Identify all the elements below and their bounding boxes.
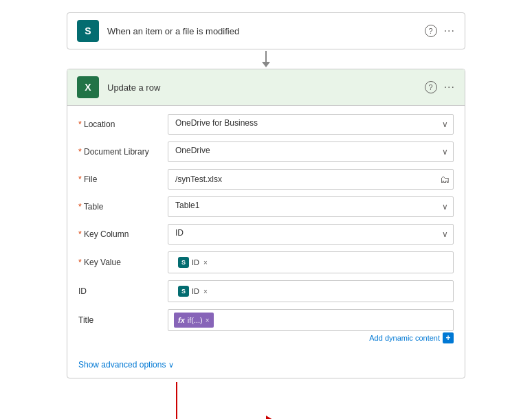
add-dynamic-content-button[interactable]: Add dynamic content + <box>369 332 454 343</box>
add-dynamic-row: Add dynamic content + <box>78 332 454 343</box>
key-value-token-close[interactable]: × <box>203 259 208 267</box>
document-library-control: OneDrive ∨ <box>168 141 454 162</box>
file-label: * File <box>78 174 168 184</box>
trigger-more-icon[interactable]: ··· <box>444 25 455 37</box>
title-if-token: fx if(...) × <box>174 313 214 328</box>
advanced-options-chevron-icon[interactable]: ∨ <box>168 361 174 370</box>
key-column-select-wrapper: ID ∨ <box>168 224 454 245</box>
title-if-token-text: if(...) <box>188 316 203 324</box>
table-row: * Table Table1 ∨ <box>78 196 454 217</box>
trigger-icon: S <box>77 20 99 42</box>
location-required-star: * <box>78 120 84 129</box>
key-value-row: * Key Value S ID × <box>78 251 454 273</box>
action-header: X Update a row ? ··· <box>67 69 465 106</box>
add-dynamic-label: Add dynamic content <box>369 334 440 342</box>
id-token-close[interactable]: × <box>203 288 208 295</box>
location-select[interactable]: OneDrive for Business <box>168 114 454 135</box>
table-required-star: * <box>78 202 84 212</box>
arrow-line <box>265 51 267 62</box>
action-icon: X <box>77 76 99 98</box>
location-select-wrapper: OneDrive for Business ∨ <box>168 114 454 135</box>
red-arrow-svg <box>156 378 293 419</box>
key-value-label: * Key Value <box>78 258 168 267</box>
id-token: S ID × <box>174 284 212 299</box>
location-row: * Location OneDrive for Business ∨ <box>78 114 454 135</box>
document-library-select[interactable]: OneDrive <box>168 141 454 162</box>
title-token-field[interactable]: fx if(...) × <box>168 309 454 331</box>
action-more-icon[interactable]: ··· <box>444 81 455 93</box>
table-select-wrapper: Table1 ∨ <box>168 196 454 217</box>
document-library-row: * Document Library OneDrive ∨ <box>78 141 454 162</box>
action-block: X Update a row ? ··· * Location OneDrive… <box>67 69 465 378</box>
trigger-block: S When an item or a file is modified ? ·… <box>67 12 465 49</box>
id-token-text: ID <box>192 287 199 295</box>
file-folder-icon[interactable]: 🗂 <box>440 174 450 185</box>
arrow-head <box>262 62 270 67</box>
annotation-area: if(equals(triggerOutputs()?['body/Title'… <box>67 378 465 419</box>
key-column-select[interactable]: ID <box>168 224 454 245</box>
key-col-required-star: * <box>78 229 84 239</box>
table-control: Table1 ∨ <box>168 196 454 217</box>
key-value-token-text: ID <box>192 258 199 267</box>
key-value-token-field[interactable]: S ID × <box>168 251 454 273</box>
title-label: Title <box>78 315 168 325</box>
arrow-down <box>262 51 270 67</box>
advanced-options-row: Show advanced options ∨ <box>67 356 465 378</box>
key-val-required-star: * <box>78 258 84 267</box>
svg-marker-2 <box>266 416 273 419</box>
file-required-star: * <box>78 174 84 184</box>
action-help-icon[interactable]: ? <box>425 81 437 93</box>
doc-lib-required-star: * <box>78 147 84 157</box>
id-token-icon: S <box>178 286 189 297</box>
title-control: fx if(...) × <box>168 309 454 331</box>
id-control: S ID × <box>168 280 454 302</box>
file-row: * File /synTest.xlsx 🗂 <box>78 169 454 190</box>
document-library-label: * Document Library <box>78 147 168 157</box>
location-label: * Location <box>78 120 168 129</box>
id-token-field[interactable]: S ID × <box>168 280 454 302</box>
file-control: /synTest.xlsx 🗂 <box>168 169 454 190</box>
action-actions: ? ··· <box>425 81 455 93</box>
trigger-title: When an item or a file is modified <box>107 26 425 36</box>
document-library-select-wrapper: OneDrive ∨ <box>168 141 454 162</box>
add-dynamic-plus-icon: + <box>443 332 454 343</box>
key-value-control: S ID × <box>168 251 454 273</box>
file-input[interactable]: /synTest.xlsx <box>168 169 454 190</box>
key-column-label: * Key Column <box>78 229 168 239</box>
table-label: * Table <box>78 202 168 212</box>
key-column-row: * Key Column ID ∨ <box>78 224 454 245</box>
title-row: Title fx if(...) × <box>78 309 454 331</box>
table-select[interactable]: Table1 <box>168 196 454 217</box>
show-advanced-options-button[interactable]: Show advanced options <box>78 360 166 370</box>
key-value-token-icon: S <box>178 257 189 268</box>
key-column-control: ID ∨ <box>168 224 454 245</box>
form-body: * Location OneDrive for Business ∨ * Doc… <box>67 106 465 356</box>
trigger-actions: ? ··· <box>425 25 455 37</box>
title-if-token-fx-icon: fx <box>178 316 185 324</box>
trigger-help-icon[interactable]: ? <box>425 25 437 37</box>
id-label: ID <box>78 286 168 296</box>
location-control: OneDrive for Business ∨ <box>168 114 454 135</box>
id-row: ID S ID × <box>78 280 454 302</box>
arrow-connector <box>67 49 465 69</box>
key-value-token: S ID × <box>174 255 212 270</box>
action-title: Update a row <box>107 82 425 93</box>
title-if-token-close[interactable]: × <box>206 317 210 324</box>
